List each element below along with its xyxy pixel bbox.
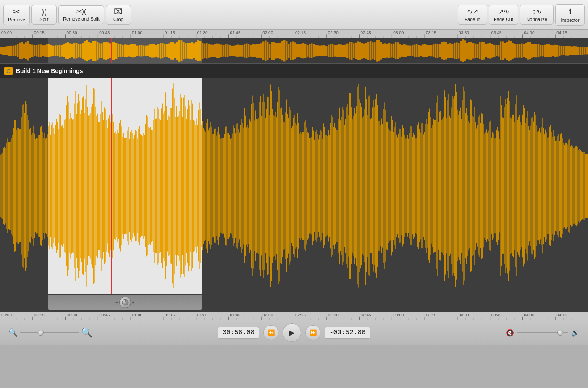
volume-mute-icon[interactable]: 🔇 bbox=[506, 329, 514, 337]
svg-rect-1428 bbox=[54, 134, 55, 186]
remove-and-split-button[interactable]: ✂)( Remove and Split bbox=[58, 5, 104, 24]
overview-waveform[interactable] bbox=[0, 38, 588, 64]
svg-rect-1293 bbox=[538, 132, 538, 186]
fade-in-button[interactable]: ∿↗ Fade In bbox=[458, 5, 487, 25]
svg-rect-273 bbox=[523, 44, 525, 57]
svg-rect-397 bbox=[8, 139, 8, 186]
svg-rect-329 bbox=[101, 43, 103, 58]
svg-rect-1478 bbox=[75, 91, 76, 186]
svg-rect-969 bbox=[402, 131, 402, 186]
svg-rect-1139 bbox=[473, 117, 474, 186]
svg-text:01:15: 01:15 bbox=[165, 31, 176, 35]
play-button[interactable]: ▶ bbox=[283, 323, 301, 342]
svg-rect-951 bbox=[394, 127, 395, 186]
svg-rect-387 bbox=[3, 148, 4, 186]
svg-rect-621 bbox=[255, 110, 256, 186]
svg-rect-1155 bbox=[480, 124, 480, 186]
svg-rect-1060 bbox=[439, 186, 440, 260]
svg-rect-1223 bbox=[508, 91, 509, 186]
svg-rect-145 bbox=[254, 44, 256, 57]
zoom-in-icon[interactable]: 🔍 bbox=[81, 327, 92, 338]
svg-rect-202 bbox=[374, 42, 376, 60]
remove-button[interactable]: ✂ Remove bbox=[3, 5, 30, 25]
svg-rect-1388 bbox=[577, 186, 578, 225]
svg-rect-193 bbox=[355, 43, 357, 59]
svg-rect-1329 bbox=[553, 130, 554, 186]
normalize-button[interactable]: ↕∿ Normalize bbox=[520, 5, 554, 25]
svg-rect-260 bbox=[496, 45, 498, 56]
svg-rect-981 bbox=[407, 138, 407, 186]
svg-rect-884 bbox=[365, 186, 366, 285]
svg-rect-1458 bbox=[66, 105, 67, 186]
svg-rect-719 bbox=[297, 113, 297, 186]
split-button[interactable]: )( Split bbox=[32, 5, 57, 25]
track-area[interactable]: 🎵 Build 1 New Beginnings − bbox=[0, 64, 588, 312]
svg-rect-837 bbox=[346, 107, 347, 186]
svg-rect-1675 bbox=[157, 186, 158, 265]
svg-rect-778 bbox=[321, 186, 322, 240]
svg-rect-166 bbox=[298, 44, 300, 57]
svg-rect-169 bbox=[304, 44, 307, 58]
svg-rect-841 bbox=[348, 115, 349, 186]
svg-rect-1480 bbox=[76, 94, 76, 186]
svg-rect-174 bbox=[315, 45, 317, 57]
svg-rect-272 bbox=[521, 43, 523, 58]
zoom-slider[interactable] bbox=[20, 332, 79, 333]
svg-rect-370 bbox=[187, 43, 189, 58]
svg-rect-628 bbox=[258, 186, 259, 254]
svg-rect-1339 bbox=[557, 136, 558, 186]
fade-out-button[interactable]: ↗∿ Fade Out bbox=[489, 5, 518, 25]
svg-rect-181 bbox=[330, 44, 332, 57]
svg-rect-1431 bbox=[55, 186, 55, 239]
svg-rect-806 bbox=[333, 186, 333, 244]
volume-max-icon[interactable]: 🔊 bbox=[571, 329, 580, 337]
volume-slider[interactable] bbox=[517, 332, 568, 333]
svg-rect-392 bbox=[5, 186, 6, 223]
svg-rect-916 bbox=[379, 186, 380, 251]
zoom-out-icon[interactable]: 🔍 bbox=[8, 328, 18, 337]
svg-rect-110 bbox=[27, 41, 29, 61]
svg-rect-1738 bbox=[184, 95, 185, 186]
svg-rect-1303 bbox=[542, 118, 543, 186]
svg-rect-669 bbox=[276, 107, 276, 186]
svg-rect-804 bbox=[332, 186, 333, 255]
svg-rect-972 bbox=[402, 186, 403, 246]
svg-rect-385 bbox=[3, 151, 3, 186]
svg-text:00:45: 00:45 bbox=[99, 312, 110, 317]
svg-rect-798 bbox=[329, 186, 330, 237]
svg-rect-459 bbox=[34, 127, 34, 186]
svg-rect-1335 bbox=[555, 141, 556, 186]
rewind-button[interactable]: ⏪ bbox=[263, 325, 278, 340]
volume-slider-thumb[interactable] bbox=[557, 330, 563, 336]
svg-rect-1705 bbox=[170, 186, 171, 263]
svg-rect-577 bbox=[237, 123, 238, 186]
svg-rect-1063 bbox=[441, 120, 442, 186]
zoom-slider-thumb[interactable] bbox=[38, 330, 44, 336]
svg-rect-1115 bbox=[463, 87, 464, 186]
svg-rect-251 bbox=[477, 44, 479, 58]
crop-button[interactable]: ⌧ Crop bbox=[106, 5, 131, 25]
svg-rect-1162 bbox=[482, 186, 483, 258]
svg-rect-199 bbox=[368, 42, 370, 60]
svg-rect-1160 bbox=[481, 186, 482, 259]
svg-rect-1566 bbox=[112, 114, 113, 186]
svg-rect-1769 bbox=[197, 186, 197, 254]
svg-rect-1624 bbox=[136, 131, 137, 186]
svg-rect-1334 bbox=[554, 186, 555, 235]
svg-rect-191 bbox=[351, 42, 353, 60]
svg-rect-780 bbox=[322, 186, 323, 233]
volume-knob[interactable] bbox=[119, 297, 131, 308]
svg-rect-1453 bbox=[64, 186, 65, 252]
svg-rect-530 bbox=[217, 186, 218, 240]
svg-rect-515 bbox=[211, 127, 212, 186]
svg-rect-747 bbox=[308, 133, 309, 186]
svg-rect-1132 bbox=[470, 186, 470, 260]
svg-rect-516 bbox=[211, 186, 212, 245]
svg-rect-1449 bbox=[62, 186, 63, 247]
svg-rect-835 bbox=[345, 119, 346, 186]
inspector-button[interactable]: ℹ Inspector bbox=[555, 4, 585, 26]
svg-rect-920 bbox=[381, 186, 381, 253]
fast-forward-button[interactable]: ⏩ bbox=[305, 325, 320, 340]
volume-area: 🔇 🔊 bbox=[496, 329, 580, 337]
svg-rect-771 bbox=[318, 139, 319, 186]
